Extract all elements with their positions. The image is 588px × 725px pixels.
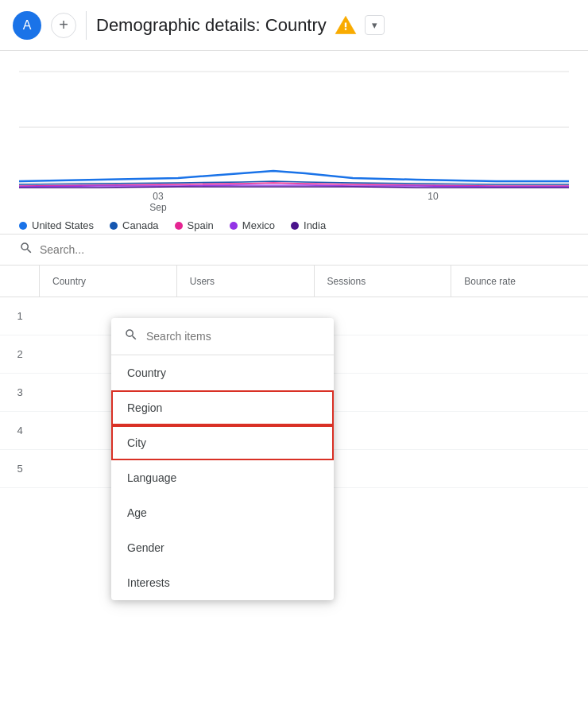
legend-item-india: India xyxy=(291,219,326,231)
row-number: 1 xyxy=(0,310,40,322)
vertical-divider xyxy=(86,11,87,40)
x-date-10: 10 xyxy=(427,191,438,202)
dropdown-item-region[interactable]: Region xyxy=(111,390,334,425)
chevron-down-icon: ▾ xyxy=(372,19,377,31)
legend-label: Spain xyxy=(188,219,214,231)
dropdown-item-gender[interactable]: Gender xyxy=(111,530,334,565)
legend-item-mexico: Mexico xyxy=(230,219,275,231)
chart-canvas xyxy=(19,64,569,191)
title-dropdown-button[interactable]: ▾ xyxy=(365,15,385,35)
legend-dot xyxy=(175,222,183,230)
x-label-10: 10 xyxy=(427,191,438,213)
table-header-area: Country Users Sessions Bounce rate xyxy=(0,265,588,297)
search-bar xyxy=(0,234,588,265)
x-axis-labels: 03 Sep 10 xyxy=(19,191,569,213)
add-tab-button[interactable]: + xyxy=(51,13,76,38)
top-bar: A + Demographic details: Country ▾ xyxy=(0,0,588,51)
dropdown-item-interests[interactable]: Interests xyxy=(111,565,334,600)
col-header-sessions[interactable]: Sessions xyxy=(315,266,452,297)
legend-item-united-states: United States xyxy=(19,219,94,231)
dropdown-item-country[interactable]: Country xyxy=(111,355,334,390)
dropdown-search-input[interactable] xyxy=(146,330,321,343)
col-header-country[interactable]: Country xyxy=(40,266,177,297)
col-header-bounce[interactable]: Bounce rate xyxy=(451,266,588,297)
x-month: Sep xyxy=(149,202,166,213)
legend-label: India xyxy=(304,219,326,231)
row-number: 5 xyxy=(0,463,40,475)
legend-label: United States xyxy=(32,219,94,231)
legend-dot xyxy=(291,222,299,230)
search-icon xyxy=(19,241,33,258)
row-number: 4 xyxy=(0,425,40,436)
dropdown-item-age[interactable]: Age xyxy=(111,495,334,530)
legend-dot xyxy=(230,222,238,230)
legend-item-spain: Spain xyxy=(175,219,214,231)
dropdown-item-language[interactable]: Language xyxy=(111,460,334,495)
row-number: 2 xyxy=(0,348,40,360)
legend-label: Canada xyxy=(122,219,159,231)
col-header-users[interactable]: Users xyxy=(177,266,315,297)
dropdown-item-city[interactable]: City xyxy=(111,425,334,460)
x-label-03: 03 Sep xyxy=(149,191,166,213)
legend-dot xyxy=(19,222,27,230)
legend-dot xyxy=(110,222,118,230)
plus-icon: + xyxy=(59,16,68,34)
search-input[interactable] xyxy=(40,243,569,256)
dropdown-search-icon xyxy=(124,328,138,345)
dropdown-search-area xyxy=(111,318,334,355)
page-title: Demographic details: Country ▾ xyxy=(96,14,575,37)
row-number: 3 xyxy=(0,386,40,398)
chart-legend: United States Canada Spain Mexico India xyxy=(19,213,569,238)
dimension-dropdown: CountryRegionCityLanguageAgeGenderIntere… xyxy=(111,318,334,600)
legend-item-canada: Canada xyxy=(110,219,159,231)
avatar[interactable]: A xyxy=(13,11,41,40)
legend-label: Mexico xyxy=(242,219,275,231)
x-date: 03 xyxy=(153,191,163,202)
warning-icon xyxy=(335,14,357,37)
page-title-text: Demographic details: Country xyxy=(96,15,327,36)
chart-area: 03 Sep 10 United States Canada Spain Mex… xyxy=(0,51,588,234)
